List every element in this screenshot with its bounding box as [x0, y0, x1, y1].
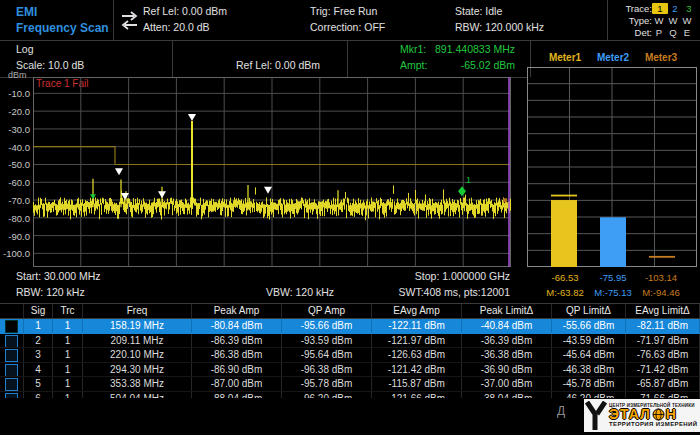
signal-table[interactable]: SigTrcFreqPeak AmpQP AmpEAvg AmpPeak Lim… — [0, 303, 700, 400]
y-axis-tick: -30.0 — [0, 124, 30, 135]
row-checkbox[interactable] — [5, 349, 18, 362]
signal-table-header-cell: Peak Amp — [192, 304, 282, 318]
state-readout: State: Idle — [455, 5, 502, 17]
trace-3-cell[interactable]: W — [680, 15, 694, 26]
trace-panel-row-label: Type: — [612, 15, 652, 26]
table-cell: -36.39 dBm — [462, 334, 552, 348]
table-cell: -43.59 dBm — [552, 334, 626, 348]
table-cell: -71.42 dBm — [626, 363, 700, 377]
stop-freq-readout[interactable]: Stop: 1.000000 GHz — [310, 270, 510, 282]
table-cell: -36.90 dBm — [462, 363, 552, 377]
trace-2-cell[interactable]: W — [666, 15, 680, 26]
meter-bars-display — [527, 67, 697, 267]
rbw-readout[interactable]: RBW: 120.000 kHz — [455, 21, 544, 33]
trace-1-cell[interactable]: W — [652, 15, 666, 26]
table-cell: -76.63 dBm — [626, 348, 700, 362]
table-cell: -55.66 dBm — [552, 319, 626, 333]
log-scale-label[interactable]: Log — [16, 43, 34, 55]
subheader-divider — [172, 41, 173, 77]
trace-2-cell[interactable]: Q — [666, 27, 680, 38]
table-row[interactable]: 41294.30 MHz-86.90 dBm-96.38 dBm-121.42 … — [0, 363, 700, 378]
row-checkbox[interactable] — [5, 364, 18, 377]
atten-readout[interactable]: Atten: 20.0 dB — [143, 21, 210, 33]
meter1-label[interactable]: Meter1 — [539, 52, 591, 63]
table-row[interactable]: 11158.19 MHz-80.84 dBm-95.66 dBm-122.11 … — [0, 319, 700, 334]
subheader-divider-2 — [347, 41, 348, 77]
mode-title-line2: Frequency Scan — [16, 20, 109, 36]
trigger-readout[interactable]: Trig: Free Run — [310, 5, 377, 17]
row-checkbox[interactable] — [5, 335, 18, 348]
meter1-max-value: M:-63.82 — [539, 287, 591, 298]
y-axis-tick: -80.0 — [0, 213, 30, 224]
table-row[interactable]: 21209.11 MHz-86.39 dBm-93.59 dBm-121.97 … — [0, 334, 700, 349]
globe-icon — [652, 408, 665, 421]
mode-title-line1: EMI — [16, 4, 109, 20]
signal-table-header-cell: Trc — [53, 304, 83, 318]
row-checkbox-cell[interactable] — [0, 319, 24, 333]
row-checkbox[interactable] — [5, 378, 18, 391]
meter1-value: -66.53 — [539, 272, 591, 283]
logo-brand-text: ЭТАЛ Н — [609, 408, 698, 421]
table-cell: 1 — [53, 334, 83, 348]
row-checkbox-cell[interactable] — [0, 334, 24, 348]
continuous-sweep-icon[interactable] — [118, 9, 141, 32]
table-cell: -40.84 dBm — [462, 319, 552, 333]
y-axis-tick: -90.0 — [0, 231, 30, 242]
table-cell: 3 — [24, 348, 53, 362]
mkr1-ampt-value: -65.02 dBm — [461, 59, 515, 71]
trace-1-cell[interactable]: 1 — [652, 3, 668, 14]
start-freq-readout[interactable]: Start: 30.000 MHz — [16, 270, 101, 282]
ref-level-readout-2: Ref Lel: 0.00 dBm — [180, 59, 320, 71]
table-row[interactable]: 51353.38 MHz-87.00 dBm-95.78 dBm-115.87 … — [0, 377, 700, 392]
table-cell: 5 — [24, 377, 53, 391]
rbw-readout-2[interactable]: RBW: 120 kHz — [16, 286, 85, 298]
logo-brand-pre: ЭТАЛ — [609, 408, 651, 421]
row-checkbox-cell[interactable] — [0, 348, 24, 362]
spectrum-display[interactable]: 1 — [33, 77, 511, 267]
trace-selector-panel[interactable]: Trace:123Type:WWWDet:PQE — [612, 2, 698, 38]
signal-table-header-cell: EAvg LimitΔ — [626, 304, 700, 318]
row-checkbox-cell[interactable] — [0, 363, 24, 377]
table-cell: -71.97 dBm — [626, 334, 700, 348]
table-cell: -95.66 dBm — [282, 319, 372, 333]
signal-table-header: SigTrcFreqPeak AmpQP AmpEAvg AmpPeak Lim… — [0, 304, 700, 319]
table-row[interactable]: 31220.10 MHz-86.38 dBm-95.64 dBm-126.63 … — [0, 348, 700, 363]
vendor-watermark: ЦЕНТР ИЗМЕРИТЕЛЬНОЙ ТЕХНИКИ ЭТАЛ Н ТЕРРИ… — [584, 399, 700, 432]
top-status-bar: EMI Frequency Scan Ref Lel: 0.00 dBm Att… — [0, 0, 700, 41]
row-checkbox-cell[interactable] — [0, 377, 24, 391]
table-cell: 294.30 MHz — [83, 363, 192, 377]
logo-brand-post: Н — [666, 408, 677, 421]
trace-1-cell[interactable]: P — [652, 27, 666, 38]
header-divider — [113, 0, 114, 40]
table-cell: 220.10 MHz — [83, 348, 192, 362]
marker1-ampt-readout: Ampt: -65.02 dBm — [400, 59, 515, 71]
signal-table-header-cell: Sig — [24, 304, 53, 318]
trace-2-cell[interactable]: 2 — [668, 3, 682, 14]
ref-level-readout[interactable]: Ref Lel: 0.00 dBm — [143, 5, 227, 17]
trace-3-cell[interactable]: E — [680, 27, 694, 38]
trace-panel-row-0: Trace:123 — [612, 2, 698, 14]
table-cell: 1 — [53, 363, 83, 377]
meter3-label[interactable]: Meter3 — [635, 52, 687, 63]
logo-bottom-text: ТЕРРИТОРИЯ ИЗМЕРЕНИЙ — [609, 421, 698, 427]
mkr1-ampt-label: Ampt: — [400, 59, 427, 71]
table-cell: -115.87 dBm — [372, 377, 462, 391]
table-cell: -121.42 dBm — [372, 363, 462, 377]
y-axis-unit-label: dBm — [8, 70, 27, 80]
trace-3-cell[interactable]: 3 — [682, 3, 696, 14]
mkr1-label: Mkr1: — [400, 43, 426, 55]
table-cell: -95.78 dBm — [282, 377, 372, 391]
meter2-label[interactable]: Meter2 — [587, 52, 639, 63]
meter3-max-value: M:-94.46 — [635, 287, 687, 298]
table-cell: 158.19 MHz — [83, 319, 192, 333]
logo-mark-icon — [584, 401, 608, 431]
correction-readout[interactable]: Correction: OFF — [310, 21, 385, 33]
header-divider-2 — [607, 0, 608, 40]
table-cell: -86.39 dBm — [192, 334, 282, 348]
obscured-glyph: Д — [557, 404, 565, 418]
emi-analyzer-screen: { "header": { "app_line1": "EMI", "app_l… — [0, 0, 700, 435]
row-checkbox[interactable] — [5, 320, 18, 333]
table-cell: -93.59 dBm — [282, 334, 372, 348]
table-cell: 2 — [24, 334, 53, 348]
mode-title[interactable]: EMI Frequency Scan — [16, 4, 109, 36]
